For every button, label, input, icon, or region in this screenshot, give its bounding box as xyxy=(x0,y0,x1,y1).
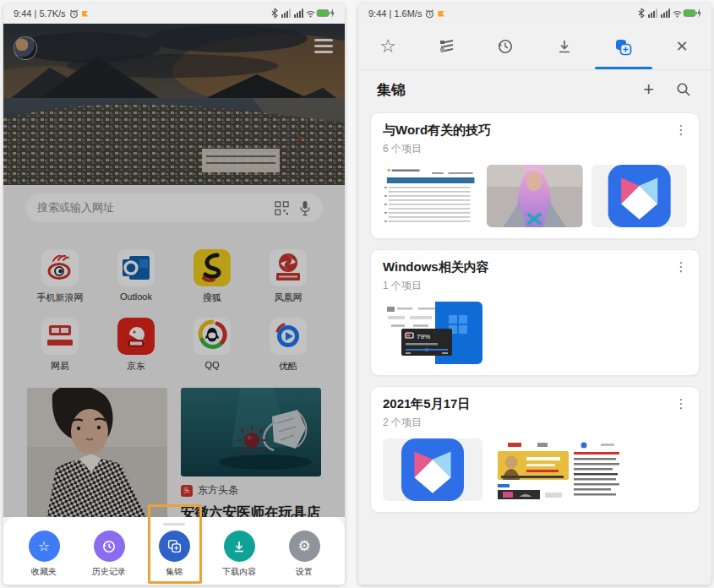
card-title: Windows相关内容 xyxy=(383,259,687,275)
card-count: 1 个项目 xyxy=(383,279,687,293)
nav-item-settings[interactable]: ⚙ 设置 xyxy=(279,531,330,578)
gear-icon: ⚙ xyxy=(289,531,320,562)
signal-icon-2 xyxy=(661,8,670,18)
source-name: 东方头条 xyxy=(198,483,238,498)
charging-icon xyxy=(331,8,335,18)
nav-item-history[interactable]: 历史记录 xyxy=(84,531,134,578)
signal-icon-1 xyxy=(281,8,291,18)
quick-link-youku[interactable]: 优酷 xyxy=(250,318,326,373)
collection-card-windows[interactable]: Windows相关内容 1 个项目 ⋮ 7 xyxy=(370,249,700,376)
quick-link-jd[interactable]: 京东 xyxy=(98,318,174,373)
news-card-story[interactable]: 头 东方头条 安徽六安医师在玩具店 私自接待首例确诊发热 xyxy=(181,388,321,517)
nav-item-collections[interactable]: 集锦 xyxy=(149,531,199,578)
avatar[interactable] xyxy=(14,36,37,60)
panel-tab-bar: ☆ ✕ xyxy=(358,24,711,69)
close-icon[interactable]: ✕ xyxy=(671,35,693,57)
header-image xyxy=(3,24,345,185)
quick-link-label: Outlook xyxy=(120,291,152,302)
tab-bookmarks[interactable] xyxy=(436,35,458,57)
tab-downloads[interactable] xyxy=(553,35,575,57)
qq-icon xyxy=(193,318,231,355)
card-title: 2021年5月17日 xyxy=(383,396,687,412)
alarm-icon xyxy=(69,9,79,19)
youku-icon xyxy=(270,318,307,355)
svg-text:79%: 79% xyxy=(417,333,430,340)
add-collection-button[interactable]: + xyxy=(643,80,654,99)
quick-link-outlook[interactable]: Outlook xyxy=(98,249,174,304)
nav-item-downloads[interactable]: 下载内容 xyxy=(214,531,264,578)
download-icon xyxy=(556,38,573,55)
news-source-row: 头 东方头条 xyxy=(181,483,321,498)
collection-card-date[interactable]: 2021年5月17日 2 个项目 ⋮ xyxy=(370,386,700,513)
alarm-icon xyxy=(425,9,434,19)
thumbnail-webpage[interactable] xyxy=(491,438,626,501)
more-options-icon[interactable]: ⋮ xyxy=(672,397,690,411)
quick-link-label: 凤凰网 xyxy=(275,291,302,304)
browser-home-content: 搜索或输入网址 xyxy=(3,24,345,517)
page-title: 集锦 xyxy=(377,80,621,100)
collections-header: 集锦 + xyxy=(358,70,711,109)
signal-icon-2 xyxy=(294,8,303,18)
thumbnail-logo[interactable] xyxy=(383,438,482,501)
voice-search-icon[interactable] xyxy=(299,200,311,216)
right-status-icons xyxy=(637,8,701,20)
quick-link-ifeng[interactable]: 凤凰网 xyxy=(250,249,326,304)
download-icon xyxy=(224,531,255,562)
search-icon xyxy=(676,82,691,97)
right-status-time-speed: 9:44 | 1.6M/s xyxy=(368,8,422,19)
wifi-icon xyxy=(307,11,314,17)
quick-link-label: 京东 xyxy=(127,360,145,373)
quick-link-label: 搜狐 xyxy=(203,291,221,304)
active-tab-underline xyxy=(595,67,652,69)
right-status-bar: 9:44 | 1.6M/s xyxy=(358,3,711,24)
thumbnail-windows[interactable]: 79% xyxy=(383,302,482,364)
left-status-time-speed: 9:44 | 5.7K/s xyxy=(14,8,66,19)
quick-link-label: 网易 xyxy=(51,360,69,373)
ifeng-icon xyxy=(270,249,307,286)
sina-icon xyxy=(41,249,79,286)
left-status-bar: 9:44 | 5.7K/s xyxy=(3,3,345,24)
search-collections-button[interactable] xyxy=(676,82,691,97)
collections-icon xyxy=(159,531,190,562)
news-headline: 安徽六安医师在玩具店 私自接待首例确诊发热 xyxy=(181,503,321,517)
more-options-icon[interactable]: ⋮ xyxy=(672,123,690,138)
thumbnail-image[interactable] xyxy=(487,165,582,227)
left-status-icons xyxy=(270,8,335,20)
tab-history[interactable] xyxy=(494,35,516,57)
thumbnail-row xyxy=(383,165,687,227)
history-icon xyxy=(496,37,515,56)
card-count: 2 个项目 xyxy=(383,416,687,430)
collection-logo-icon xyxy=(383,438,482,501)
search-placeholder: 搜索或输入网址 xyxy=(37,200,264,215)
bottom-sheet: ☆ 收藏夹 历史记录 集锦 下载内容 xyxy=(3,517,345,585)
quick-link-netease[interactable]: 网易 xyxy=(22,318,98,373)
qr-scan-icon[interactable] xyxy=(275,201,289,215)
person-photo xyxy=(27,388,167,517)
menu-icon[interactable] xyxy=(314,39,333,53)
more-options-icon[interactable]: ⋮ xyxy=(672,260,690,275)
tab-collections-active[interactable] xyxy=(612,35,634,57)
quick-link-qq[interactable]: QQ xyxy=(174,318,250,373)
source-badge: 头 xyxy=(181,485,193,497)
notification-icon xyxy=(438,11,444,17)
collection-card-word[interactable]: 与Word有关的技巧 6 个项目 ⋮ xyxy=(370,112,700,239)
battery-icon xyxy=(684,9,697,16)
card-count: 6 个项目 xyxy=(383,142,687,156)
collection-logo-icon xyxy=(591,165,687,227)
bottom-nav: ☆ 收藏夹 历史记录 集锦 下载内容 xyxy=(3,525,345,578)
battery-icon xyxy=(317,9,330,16)
search-bar[interactable]: 搜索或输入网址 xyxy=(25,193,323,222)
quick-link-label: QQ xyxy=(204,360,219,370)
nav-item-favorites[interactable]: ☆ 收藏夹 xyxy=(19,531,69,578)
news-story-image xyxy=(181,388,321,476)
quick-link-sina[interactable]: 手机新浪网 xyxy=(22,249,98,304)
signal-icon-1 xyxy=(648,8,657,18)
netease-icon xyxy=(41,318,79,355)
news-card-photo[interactable] xyxy=(27,388,167,517)
sohu-icon xyxy=(193,249,231,286)
left-phone-screen: 9:44 | 5.7K/s xyxy=(3,3,345,585)
thumbnail-logo[interactable] xyxy=(591,165,687,227)
quick-link-sohu[interactable]: 搜狐 xyxy=(174,249,250,304)
tab-favorites[interactable]: ☆ xyxy=(377,35,399,57)
thumbnail-spreadsheet[interactable] xyxy=(383,165,478,227)
